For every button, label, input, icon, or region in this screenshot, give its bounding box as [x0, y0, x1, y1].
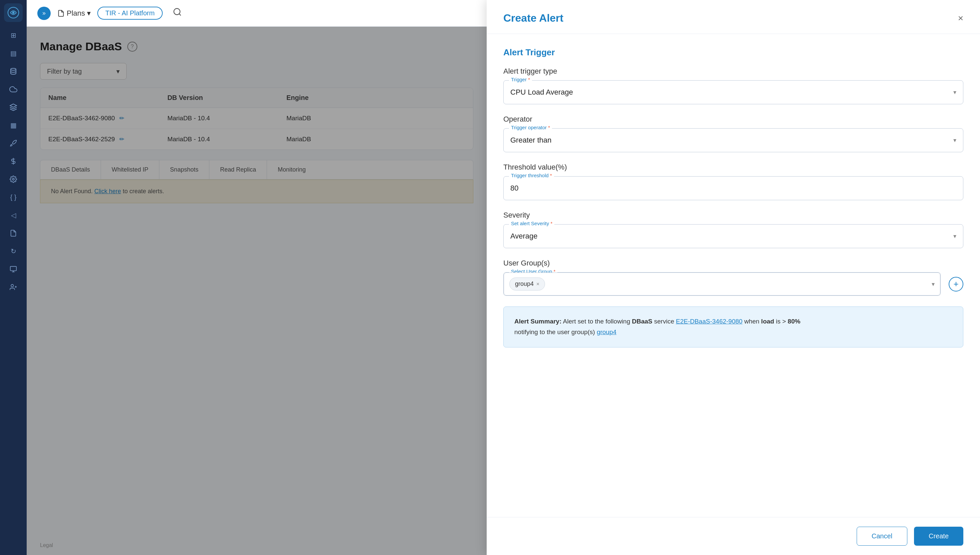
cancel-button[interactable]: Cancel	[857, 527, 907, 546]
trigger-select[interactable]: CPU Load Average ▾	[504, 80, 963, 104]
alert-summary-box: Alert Summary: Alert set to the followin…	[503, 306, 963, 348]
user-group-field-group: User Group(s) Select User Group * group4…	[503, 259, 963, 296]
severity-label: Severity	[503, 211, 963, 220]
sidebar-icon-refresh[interactable]: ↻	[5, 243, 21, 259]
svg-rect-6	[10, 266, 16, 271]
summary-text3: when	[744, 318, 762, 325]
search-icon[interactable]	[173, 7, 182, 19]
user-group-row: Select User Group * group4 × ▾ +	[503, 272, 963, 296]
user-group-arrow-icon: ▾	[932, 281, 935, 288]
plans-label: Plans	[67, 9, 85, 18]
modal-footer: Cancel Create	[487, 517, 980, 555]
app-logo[interactable]	[4, 3, 22, 22]
section-title: Alert Trigger	[503, 47, 963, 58]
threshold-group: Threshold value(%) Trigger threshold *	[503, 163, 963, 200]
trigger-type-label: Alert trigger type	[503, 67, 963, 75]
trigger-value: CPU Load Average	[510, 88, 573, 96]
severity-field-label: Set alert Severity *	[509, 221, 554, 226]
operator-group: Operator Trigger operator * Greater than…	[503, 115, 963, 152]
modal-body: Alert Trigger Alert trigger type Trigger…	[487, 34, 980, 517]
severity-group: Severity Set alert Severity * Average ▾	[503, 211, 963, 248]
sidebar-icon-cloud[interactable]	[5, 81, 21, 97]
summary-group-link[interactable]: group4	[597, 329, 616, 335]
trigger-type-group: Alert trigger type Trigger * CPU Load Av…	[503, 67, 963, 104]
sidebar-icon-database[interactable]	[5, 63, 21, 79]
user-groups-label: User Group(s)	[503, 259, 963, 268]
svg-point-9	[11, 284, 13, 287]
svg-point-2	[11, 68, 16, 70]
operator-select[interactable]: Greater than ▾	[504, 128, 963, 152]
modal-header: Create Alert ×	[487, 0, 980, 34]
summary-dbaas-bold: DBaaS	[632, 318, 652, 325]
sidebar-icon-code[interactable]: { }	[5, 189, 21, 205]
create-alert-modal: Create Alert × Alert Trigger Alert trigg…	[487, 0, 980, 555]
severity-select[interactable]: Average ▾	[504, 225, 963, 248]
trigger-select-wrapper: Trigger * CPU Load Average ▾	[503, 80, 963, 104]
trigger-field-label: Trigger *	[509, 77, 532, 82]
user-group-input[interactable]: group4 × ▾	[504, 273, 940, 295]
sidebar-icon-layers[interactable]	[5, 99, 21, 115]
summary-text1: Alert set to the following	[563, 318, 632, 325]
sidebar-icon-arrow[interactable]: ◁	[5, 207, 21, 223]
plans-menu[interactable]: Plans ▾	[57, 9, 91, 18]
summary-prefix: Alert Summary:	[514, 318, 562, 325]
threshold-input-wrapper: Trigger threshold *	[503, 176, 963, 200]
create-button[interactable]: Create	[914, 527, 963, 546]
summary-service-link[interactable]: E2E-DBaaS-3462-9080	[676, 318, 743, 325]
plans-chevron-icon: ▾	[87, 9, 91, 18]
svg-line-13	[179, 14, 181, 15]
chip-label: group4	[515, 281, 534, 287]
sidebar-icon-user-plus[interactable]	[5, 279, 21, 295]
trigger-operator-label: Trigger operator *	[509, 125, 552, 130]
summary-text2: service	[654, 318, 676, 325]
svg-marker-3	[10, 104, 17, 107]
operator-required: *	[548, 125, 550, 130]
trigger-required: *	[528, 77, 530, 82]
user-group-select-wrapper: Select User Group * group4 × ▾	[503, 272, 941, 296]
sidebar-icon-table[interactable]: ▤	[5, 45, 21, 61]
summary-text4: is >	[776, 318, 788, 325]
severity-arrow-icon: ▾	[953, 233, 956, 240]
summary-threshold-bold: 80%	[788, 318, 800, 325]
add-group-button[interactable]: +	[949, 277, 963, 292]
operator-label: Operator	[503, 115, 963, 124]
chip-remove-button[interactable]: ×	[537, 281, 539, 287]
sidebar: ⊞ ▤ ▦ {	[0, 0, 27, 555]
sidebar-icon-grid[interactable]: ⊞	[5, 27, 21, 43]
sidebar-icon-settings[interactable]	[5, 171, 21, 187]
threshold-required: *	[550, 173, 552, 178]
sidebar-icon-grid2[interactable]: ▦	[5, 117, 21, 133]
summary-load-bold: load	[761, 318, 774, 325]
operator-select-wrapper: Trigger operator * Greater than ▾	[503, 128, 963, 152]
close-button[interactable]: ×	[958, 14, 963, 23]
summary-text5: notifying to the user group(s)	[514, 329, 597, 335]
svg-point-12	[174, 9, 180, 15]
threshold-input[interactable]	[504, 176, 963, 200]
sidebar-icon-file[interactable]	[5, 225, 21, 241]
sidebar-icon-rocket[interactable]	[5, 135, 21, 151]
sidebar-icon-billing[interactable]	[5, 153, 21, 169]
expand-button[interactable]: »	[37, 6, 51, 20]
threshold-label: Threshold value(%)	[503, 163, 963, 172]
operator-arrow-icon: ▾	[953, 136, 956, 144]
severity-select-wrapper: Set alert Severity * Average ▾	[503, 224, 963, 248]
severity-required: *	[550, 221, 552, 226]
modal-backdrop	[27, 27, 487, 555]
trigger-arrow-icon: ▾	[953, 88, 956, 96]
group4-chip: group4 ×	[509, 278, 545, 290]
severity-value: Average	[510, 232, 538, 241]
sidebar-icon-monitor[interactable]	[5, 261, 21, 277]
tir-badge-label: TIR - AI Platform	[105, 9, 155, 17]
modal-title: Create Alert	[503, 12, 563, 24]
tir-badge[interactable]: TIR - AI Platform	[97, 6, 163, 20]
svg-point-5	[12, 178, 14, 180]
svg-point-1	[12, 11, 14, 14]
threshold-field-label: Trigger threshold *	[509, 173, 554, 178]
operator-value: Greater than	[510, 136, 552, 144]
